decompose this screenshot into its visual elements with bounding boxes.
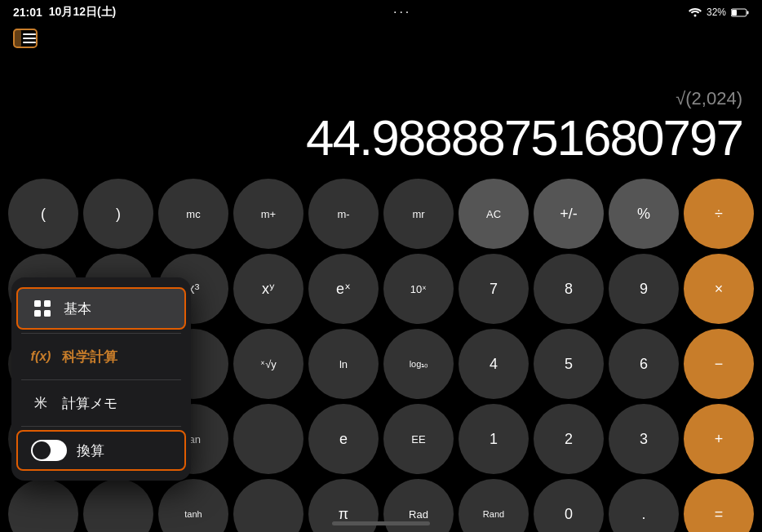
btn-ac[interactable]: AC bbox=[459, 179, 529, 249]
svg-rect-3 bbox=[732, 10, 737, 16]
battery-percent: 32% bbox=[707, 7, 726, 18]
btn-e[interactable]: e bbox=[308, 404, 379, 474]
btn-0[interactable]: 0 bbox=[534, 479, 604, 532]
btn-9[interactable]: 9 bbox=[609, 254, 679, 324]
popup-divider-1 bbox=[21, 333, 181, 334]
btn-xy[interactable]: xʸ bbox=[233, 254, 303, 324]
home-indicator bbox=[332, 521, 430, 525]
wifi-icon bbox=[689, 7, 702, 17]
svg-rect-5 bbox=[14, 29, 21, 47]
btn-multiply[interactable]: × bbox=[684, 254, 754, 324]
memo-icon: 米 bbox=[29, 392, 52, 415]
popup-item-memo[interactable]: 米 計算メモ bbox=[16, 383, 186, 423]
btn-ln[interactable]: ln bbox=[308, 329, 379, 399]
display-secondary: √(2,024) bbox=[676, 88, 742, 109]
btn-close-paren[interactable]: ) bbox=[83, 179, 153, 249]
display-main: 44.98888751680797 bbox=[306, 113, 742, 163]
btn-rand[interactable]: Rand bbox=[459, 479, 529, 532]
convert-toggle[interactable] bbox=[31, 440, 67, 461]
sidebar-button[interactable] bbox=[13, 29, 38, 48]
btn-3[interactable]: 3 bbox=[609, 404, 679, 474]
btn-decimal[interactable]: . bbox=[609, 479, 679, 532]
status-time: 21:01 bbox=[13, 6, 42, 19]
btn-percent[interactable]: % bbox=[609, 179, 679, 249]
status-bar: 21:01 10月12日(土) ··· 32% bbox=[0, 0, 762, 24]
btn-log10[interactable]: log₁₀ bbox=[383, 329, 454, 399]
popup-item-convert[interactable]: 換算 bbox=[16, 430, 186, 471]
svg-text:米: 米 bbox=[34, 396, 47, 410]
btn-add[interactable]: + bbox=[684, 404, 754, 474]
btn-tanh[interactable]: tanh bbox=[158, 479, 228, 532]
svg-point-0 bbox=[693, 15, 696, 17]
btn-7[interactable]: 7 bbox=[459, 254, 529, 324]
svg-rect-11 bbox=[34, 310, 41, 317]
btn-6[interactable]: 6 bbox=[609, 329, 679, 399]
popup-basic-label: 基本 bbox=[64, 299, 91, 318]
btn-mr[interactable]: mr bbox=[383, 179, 454, 249]
btn-sign[interactable]: +/- bbox=[534, 179, 604, 249]
btn-mplus[interactable]: m+ bbox=[233, 179, 303, 249]
scientific-icon: f(x) bbox=[29, 345, 52, 368]
btn-xrooty[interactable]: ˣ√y bbox=[233, 329, 303, 399]
btn-2[interactable]: 2 bbox=[534, 404, 604, 474]
popup-divider-3 bbox=[21, 426, 181, 427]
btn-5[interactable]: 5 bbox=[534, 329, 604, 399]
btn-1[interactable]: 1 bbox=[459, 404, 529, 474]
svg-rect-12 bbox=[44, 310, 51, 317]
btn-4[interactable]: 4 bbox=[459, 329, 529, 399]
popup-memo-label: 計算メモ bbox=[62, 394, 117, 413]
basic-icon bbox=[31, 297, 54, 320]
svg-rect-2 bbox=[747, 11, 749, 14]
btn-open-paren[interactable]: ( bbox=[8, 179, 78, 249]
btn-mc[interactable]: mc bbox=[158, 179, 228, 249]
btn-subtract[interactable]: − bbox=[684, 329, 754, 399]
status-date: 10月12日(土) bbox=[49, 5, 116, 20]
btn-equals[interactable]: = bbox=[684, 479, 754, 532]
popup-item-scientific[interactable]: f(x) 科学計算 bbox=[16, 337, 186, 376]
display-area: √(2,024) 44.98888751680797 bbox=[0, 41, 762, 171]
svg-rect-10 bbox=[44, 300, 51, 307]
btn-inv2[interactable] bbox=[8, 479, 78, 532]
popup-item-basic[interactable]: 基本 bbox=[16, 287, 186, 330]
btn-8[interactable]: 8 bbox=[534, 254, 604, 324]
btn-ex[interactable]: eˣ bbox=[308, 254, 379, 324]
btn-mminus[interactable]: m- bbox=[308, 179, 379, 249]
battery-icon bbox=[731, 8, 749, 17]
btn-sqrt[interactable] bbox=[233, 404, 303, 474]
toggle-knob bbox=[33, 441, 51, 459]
status-dots: ··· bbox=[393, 5, 411, 20]
status-right: 32% bbox=[689, 7, 749, 18]
btn-ee[interactable]: EE bbox=[383, 404, 454, 474]
btn-x1[interactable] bbox=[233, 479, 303, 532]
svg-rect-9 bbox=[34, 300, 41, 307]
popup-scientific-label: 科学計算 bbox=[62, 348, 117, 366]
popup-divider-2 bbox=[21, 379, 181, 380]
popup-convert-label: 換算 bbox=[77, 441, 104, 460]
btn-divide[interactable]: ÷ bbox=[684, 179, 754, 249]
popup-menu: 基本 f(x) 科学計算 米 計算メモ 換算 bbox=[11, 277, 191, 481]
btn-cosh[interactable] bbox=[83, 479, 153, 532]
btn-10x[interactable]: 10ˣ bbox=[383, 254, 454, 324]
